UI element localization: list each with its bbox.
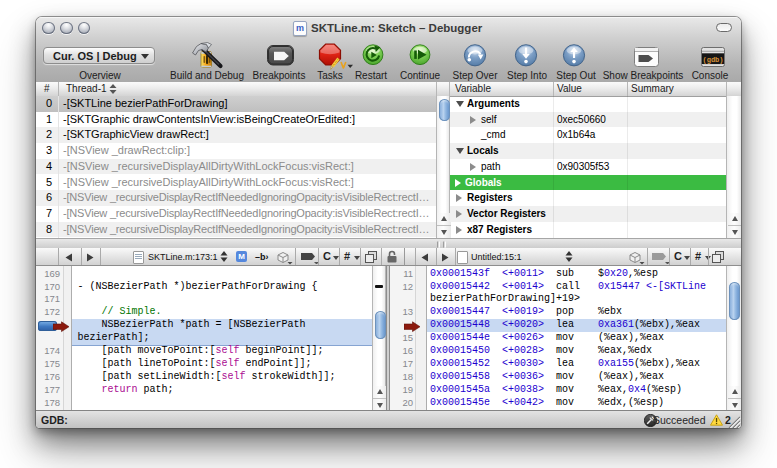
svg-text:(gdb): (gdb) xyxy=(702,56,723,64)
